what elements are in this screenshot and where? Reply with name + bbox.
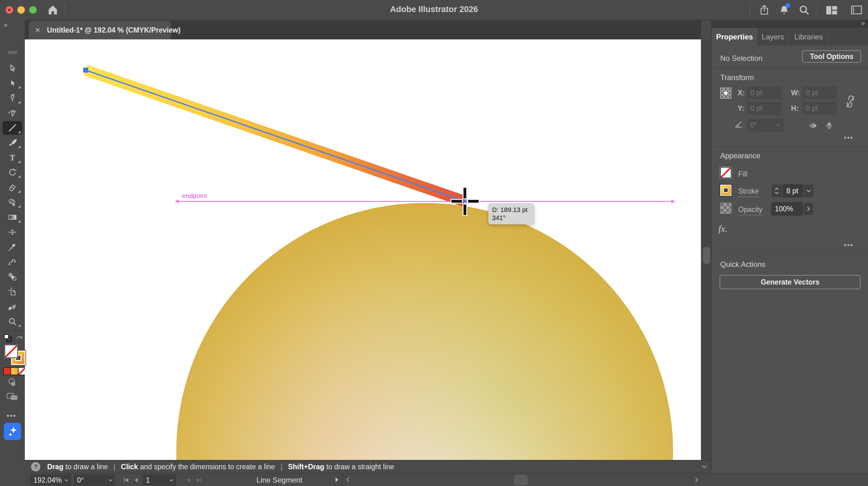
previous-artboard-icon[interactable]	[133, 477, 140, 484]
artboard-number-dropdown[interactable]	[166, 475, 176, 486]
notifications-bell-icon[interactable]	[779, 4, 790, 15]
zoom-level-field[interactable]: 192.04%	[30, 475, 61, 486]
tab-layers[interactable]: Layers	[757, 28, 788, 45]
tool-shape-builder[interactable]	[2, 196, 22, 209]
next-artboard-icon[interactable]	[186, 477, 192, 484]
panel-divider	[712, 68, 868, 69]
vertical-scrollbar[interactable]	[701, 39, 712, 460]
flip-horizontal-icon[interactable]	[808, 121, 818, 130]
color-button[interactable]	[3, 367, 11, 375]
generative-ai-button[interactable]	[4, 423, 21, 440]
share-icon[interactable]	[759, 4, 770, 15]
opacity-field[interactable]: 100%	[771, 202, 803, 216]
last-artboard-icon[interactable]	[195, 477, 203, 484]
collapse-panel-icon[interactable]: »	[861, 19, 864, 27]
rotation-field[interactable]: 0°	[74, 475, 105, 486]
screen-mode-icon[interactable]	[6, 392, 19, 401]
horizontal-scrollbar-thumb[interactable]	[514, 475, 528, 485]
collapse-tools-icon[interactable]: »	[4, 21, 7, 29]
titlebar-divider	[65, 4, 65, 16]
rotation-dropdown[interactable]: 0°	[747, 119, 784, 132]
bottombar-divider	[342, 474, 343, 486]
appearance-more-options-icon[interactable]: •••	[844, 241, 854, 250]
w-label: W:	[791, 89, 800, 97]
tab-properties[interactable]: Properties	[712, 28, 756, 45]
edit-toolbar-icon[interactable]: •••	[6, 412, 16, 420]
tab-libraries[interactable]: Libraries	[789, 28, 828, 45]
tool-options-button[interactable]: Tool Options	[802, 50, 861, 63]
help-icon[interactable]: ?	[31, 462, 40, 472]
opacity-swatch[interactable]	[720, 203, 732, 214]
crosshair-cursor	[464, 204, 466, 215]
stroke-label[interactable]: Stroke	[738, 187, 759, 197]
stroke-swatch[interactable]	[720, 185, 732, 196]
tool-artboard[interactable]	[2, 285, 22, 298]
fill-swatch[interactable]	[720, 167, 732, 178]
current-tool-status[interactable]: Line Segment	[242, 476, 317, 484]
hint-separator: |	[114, 463, 116, 471]
constrain-proportions-icon[interactable]	[844, 94, 856, 109]
status-options-arrow-icon[interactable]	[334, 477, 340, 483]
crosshair-cursor	[464, 188, 466, 198]
search-icon[interactable]	[799, 4, 810, 15]
gradient-button[interactable]	[10, 367, 19, 375]
home-icon[interactable]	[46, 4, 59, 16]
tool-type[interactable]: T	[2, 151, 22, 164]
tool-blend[interactable]	[2, 270, 22, 284]
tool-eyedropper[interactable]	[2, 240, 22, 254]
tool-direct-selection[interactable]	[2, 76, 22, 90]
reference-point-grid-icon[interactable]	[720, 87, 732, 99]
gradient-circle-shape[interactable]	[176, 203, 673, 460]
tool-selection[interactable]	[2, 61, 22, 75]
scroll-right-icon[interactable]	[695, 477, 699, 483]
panel-toggle-icon[interactable]	[850, 5, 862, 15]
scroll-left-icon[interactable]	[346, 477, 349, 483]
first-artboard-icon[interactable]	[123, 477, 130, 484]
minimize-window-button[interactable]	[18, 6, 25, 14]
tool-line-segment[interactable]	[2, 121, 22, 135]
tool-paintbrush[interactable]	[2, 136, 22, 150]
tool-puppet-warp[interactable]	[2, 255, 22, 269]
transform-section-title: Transform	[720, 73, 754, 82]
tool-eraser[interactable]	[2, 181, 22, 194]
fill-color-swatch[interactable]	[4, 345, 18, 358]
stroke-weight-dropdown[interactable]	[803, 184, 814, 198]
generate-vectors-button[interactable]: Generate Vectors	[720, 275, 861, 289]
y-field[interactable]: 0 pt	[747, 102, 782, 115]
effects-fx-button[interactable]: fx.	[718, 223, 727, 234]
artboard-number-field[interactable]: 1	[143, 475, 166, 486]
tool-perspective-grid[interactable]	[2, 300, 22, 314]
tool-curvature[interactable]	[2, 106, 22, 120]
tooltip-distance: D: 189.13 pt	[492, 206, 531, 214]
toolbar-grip-handle[interactable]	[8, 51, 17, 54]
artboard-canvas[interactable]: endpoint D: 189.13 pt 341°	[25, 39, 701, 460]
zoom-level-dropdown[interactable]	[61, 475, 71, 486]
opacity-panel-arrow[interactable]	[803, 202, 814, 216]
line-start-anchor[interactable]	[83, 68, 88, 73]
bottombar-grip[interactable]	[26, 476, 30, 484]
workspace-switcher-icon[interactable]	[826, 6, 838, 15]
transform-more-options-icon[interactable]: •••	[844, 133, 854, 142]
h-field[interactable]: 0 pt	[802, 102, 837, 115]
stroke-weight-field[interactable]: 8 pt	[783, 184, 803, 198]
tool-width[interactable]	[2, 225, 22, 239]
w-field[interactable]: 0 pt	[802, 86, 837, 99]
collapse-statusbar-icon[interactable]	[702, 465, 707, 468]
close-window-button[interactable]	[6, 6, 13, 14]
vertical-scrollbar-thumb[interactable]	[703, 247, 710, 264]
default-fill-stroke-icon[interactable]	[3, 333, 12, 343]
rotation-dropdown[interactable]	[105, 475, 115, 486]
flip-vertical-icon[interactable]	[825, 121, 834, 130]
drawing-mode-icon[interactable]	[7, 377, 18, 387]
tool-zoom[interactable]	[2, 315, 22, 328]
tool-gradient[interactable]	[2, 210, 22, 224]
document-tab[interactable]: × Untitled-1* @ 192.04 % (CMYK/Preview)	[29, 21, 171, 39]
tool-rotate[interactable]	[2, 166, 22, 180]
zoom-window-button[interactable]	[29, 6, 37, 14]
stroke-weight-stepper[interactable]	[771, 184, 782, 198]
close-tab-icon[interactable]: ×	[35, 26, 40, 34]
opacity-label[interactable]: Opacity	[738, 205, 763, 215]
tool-pen[interactable]	[2, 91, 22, 105]
x-field[interactable]: 0 pt	[747, 86, 782, 99]
swap-fill-stroke-icon[interactable]	[15, 333, 24, 342]
